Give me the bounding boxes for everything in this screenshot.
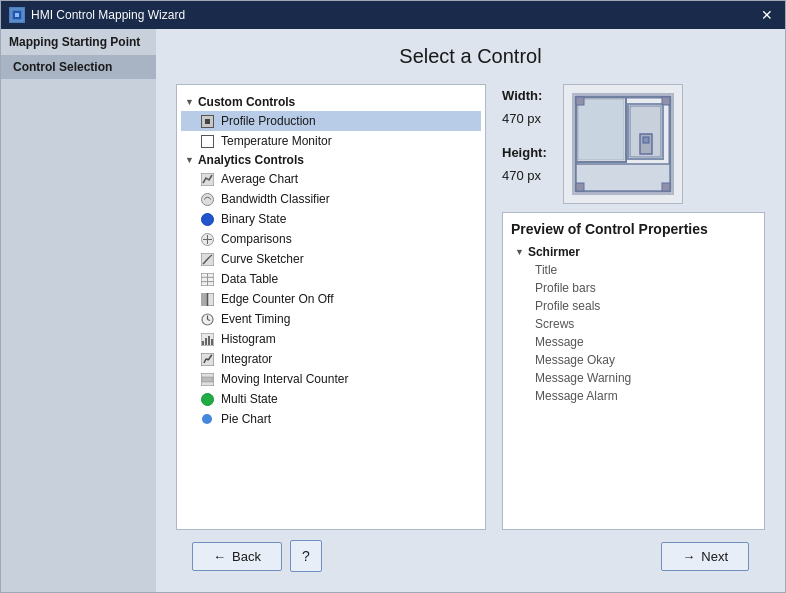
integrator-icon: [199, 351, 215, 367]
bottom-bar: ← Back ? → Next: [176, 530, 765, 582]
height-row: Height: 470 px: [502, 141, 547, 188]
next-arrow-icon: →: [682, 549, 695, 564]
prop-message-warning: Message Warning: [511, 369, 756, 387]
tree-item-event-timing[interactable]: Event Timing: [181, 309, 481, 329]
svg-rect-35: [578, 99, 624, 160]
data-table-icon: [199, 271, 215, 287]
main-window: HMI Control Mapping Wizard ✕ Mapping Sta…: [0, 0, 786, 593]
svg-rect-39: [662, 183, 670, 191]
prop-screws: Screws: [511, 315, 756, 333]
tree-item-comparisons[interactable]: Comparisons: [181, 229, 481, 249]
control-preview-image: [563, 84, 683, 204]
tree-item-bandwidth-classifier[interactable]: Bandwidth Classifier: [181, 189, 481, 209]
svg-rect-26: [202, 377, 213, 382]
main-content: Select a Control ▼ Custom Controls: [156, 29, 785, 592]
properties-top: Width: 470 px Height: 470 px: [502, 84, 765, 204]
content-area: Mapping Starting Point Control Selection…: [1, 29, 785, 592]
app-icon: [9, 7, 25, 23]
bandwidth-classifier-label: Bandwidth Classifier: [221, 192, 330, 206]
profile-production-label: Profile Production: [221, 114, 316, 128]
curve-sketcher-icon: [199, 251, 215, 267]
next-button[interactable]: → Next: [661, 542, 749, 571]
sidebar-section-header: Mapping Starting Point: [1, 29, 156, 55]
event-timing-icon: [199, 311, 215, 327]
svg-rect-33: [576, 164, 670, 191]
right-panel: Width: 470 px Height: 470 px: [502, 84, 765, 530]
schirmer-arrow: ▼: [515, 247, 524, 257]
pie-chart-label: Pie Chart: [221, 412, 271, 426]
svg-point-4: [201, 193, 213, 205]
svg-rect-20: [202, 341, 204, 345]
tree-item-binary-state[interactable]: Binary State: [181, 209, 481, 229]
control-properties-panel: Preview of Control Properties ▼ Schirmer…: [502, 212, 765, 530]
control-tree-panel[interactable]: ▼ Custom Controls Profile Production: [176, 84, 486, 530]
temperature-monitor-icon: [199, 133, 215, 149]
schirmer-group-header: ▼ Schirmer: [511, 243, 756, 261]
tree-item-data-table[interactable]: Data Table: [181, 269, 481, 289]
page-title: Select a Control: [176, 45, 765, 68]
title-bar-left: HMI Control Mapping Wizard: [9, 7, 185, 23]
average-chart-label: Average Chart: [221, 172, 298, 186]
custom-controls-label: Custom Controls: [198, 95, 295, 109]
svg-rect-21: [205, 338, 207, 345]
tree-item-profile-production[interactable]: Profile Production: [181, 111, 481, 131]
sidebar: Mapping Starting Point Control Selection: [1, 29, 156, 592]
profile-production-icon: [199, 113, 215, 129]
prop-message: Message: [511, 333, 756, 351]
close-button[interactable]: ✕: [757, 7, 777, 23]
integrator-label: Integrator: [221, 352, 272, 366]
prop-message-okay: Message Okay: [511, 351, 756, 369]
svg-rect-22: [208, 336, 210, 345]
comparisons-icon: [199, 231, 215, 247]
bandwidth-classifier-icon: [199, 191, 215, 207]
edge-counter-label: Edge Counter On Off: [221, 292, 334, 306]
tree-item-multi-state[interactable]: Multi State: [181, 389, 481, 409]
curve-sketcher-label: Curve Sketcher: [221, 252, 304, 266]
two-col-layout: ▼ Custom Controls Profile Production: [176, 84, 765, 530]
dimensions-panel: Width: 470 px Height: 470 px: [502, 84, 547, 188]
custom-controls-header: ▼ Custom Controls: [181, 93, 481, 111]
multi-state-label: Multi State: [221, 392, 278, 406]
schirmer-label: Schirmer: [528, 245, 580, 259]
tree-item-histogram[interactable]: Histogram: [181, 329, 481, 349]
binary-state-label: Binary State: [221, 212, 286, 226]
prop-profile-seals: Profile seals: [511, 297, 756, 315]
average-chart-icon: [199, 171, 215, 187]
moving-interval-icon: [199, 371, 215, 387]
tree-item-pie-chart[interactable]: Pie Chart: [181, 409, 481, 429]
help-label: ?: [302, 548, 310, 564]
back-arrow-icon: ←: [213, 549, 226, 564]
height-value: 470 px: [502, 168, 541, 183]
edge-counter-icon: [199, 291, 215, 307]
tree-item-temperature-monitor[interactable]: Temperature Monitor: [181, 131, 481, 151]
event-timing-label: Event Timing: [221, 312, 290, 326]
back-button[interactable]: ← Back: [192, 542, 282, 571]
width-row: Width: 470 px: [502, 84, 547, 131]
analytics-controls-arrow: ▼: [185, 155, 194, 165]
temperature-monitor-label: Temperature Monitor: [221, 134, 332, 148]
binary-state-icon: [199, 211, 215, 227]
tree-item-average-chart[interactable]: Average Chart: [181, 169, 481, 189]
comparisons-label: Comparisons: [221, 232, 292, 246]
tree-item-integrator[interactable]: Integrator: [181, 349, 481, 369]
tree-item-curve-sketcher[interactable]: Curve Sketcher: [181, 249, 481, 269]
prop-message-alarm: Message Alarm: [511, 387, 756, 405]
tree-item-moving-interval[interactable]: Moving Interval Counter: [181, 369, 481, 389]
prop-title: Title: [511, 261, 756, 279]
svg-rect-23: [211, 339, 213, 345]
svg-rect-38: [576, 183, 584, 191]
svg-rect-37: [662, 97, 670, 105]
data-table-label: Data Table: [221, 272, 278, 286]
next-label: Next: [701, 549, 728, 564]
svg-rect-32: [643, 137, 649, 143]
analytics-controls-header: ▼ Analytics Controls: [181, 151, 481, 169]
multi-state-icon: [199, 391, 215, 407]
svg-rect-36: [576, 97, 584, 105]
analytics-controls-label: Analytics Controls: [198, 153, 304, 167]
width-label: Width:: [502, 88, 542, 103]
tree-item-edge-counter[interactable]: Edge Counter On Off: [181, 289, 481, 309]
sidebar-item-control-selection[interactable]: Control Selection: [1, 55, 156, 79]
width-value: 470 px: [502, 111, 541, 126]
help-button[interactable]: ?: [290, 540, 322, 572]
moving-interval-label: Moving Interval Counter: [221, 372, 348, 386]
